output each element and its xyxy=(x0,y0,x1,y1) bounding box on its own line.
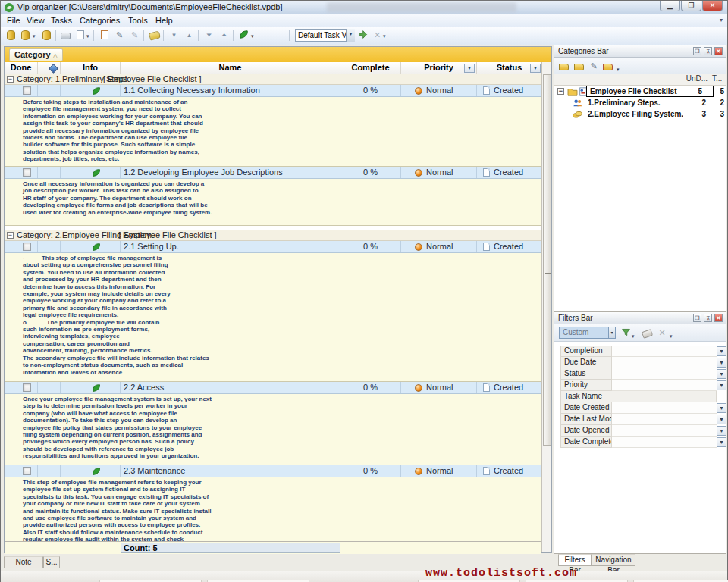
column-header-info[interactable]: Info xyxy=(61,62,121,74)
task-name[interactable]: 1.1 Collecting Necessary Information xyxy=(121,85,340,96)
move-up-icon[interactable]: ▴ xyxy=(183,29,196,42)
delete-category-icon[interactable] xyxy=(601,60,613,72)
task-description-row[interactable]: This step of employee file management re… xyxy=(5,477,541,541)
priority-filter-dropdown-icon[interactable]: ▼ xyxy=(464,64,475,73)
delete-filter-icon[interactable]: ✕ xyxy=(656,327,668,339)
panel-restore-icon[interactable]: ❐ xyxy=(693,314,701,322)
task-description-row[interactable]: Before taking steps to installation and … xyxy=(5,97,541,167)
tree-row-category-2[interactable]: 2.Employee Filing System. 3 3 xyxy=(554,109,726,120)
filter-dropdown-icon[interactable]: ▼ xyxy=(717,426,726,436)
apply-filter-icon[interactable] xyxy=(620,327,632,339)
tree-row-checklist[interactable]: − Employee File Checklist 5 5 xyxy=(554,86,726,97)
panel-restore-icon[interactable]: ❐ xyxy=(693,47,701,55)
edit-task-icon[interactable]: ✎ xyxy=(113,29,126,42)
filter-dropdown-icon[interactable]: ▼ xyxy=(717,380,726,390)
menu-overflow-chevron-icon[interactable]: ▾ xyxy=(720,17,723,23)
close-button[interactable]: ✕ xyxy=(702,1,723,11)
menu-file[interactable]: File xyxy=(4,15,24,26)
print-icon[interactable] xyxy=(59,29,72,42)
filters-toolbar-dropdown-icon[interactable]: ▾ xyxy=(670,333,673,340)
task-row-1-2[interactable]: 1.2 Developing Employee Job Descriptions… xyxy=(5,167,541,179)
task-done-checkbox[interactable] xyxy=(23,467,31,475)
filter-dropdown-icon[interactable]: ▼ xyxy=(717,415,726,424)
new-subcategory-icon[interactable] xyxy=(573,60,585,72)
scrollbar-thumb[interactable] xyxy=(543,74,551,446)
clear-view-icon[interactable]: ✕ xyxy=(371,29,384,42)
filters-bar-tab[interactable]: Filters Bar xyxy=(558,554,592,566)
move-to-top-icon[interactable]: ⏶ xyxy=(218,29,231,42)
move-to-bottom-icon[interactable]: ⏷ xyxy=(202,29,215,42)
task-name[interactable]: 2.1 Setting Up. xyxy=(121,241,340,252)
filter-dropdown-icon[interactable]: ▼ xyxy=(717,346,726,356)
task-name[interactable]: 2.3 Maintenance xyxy=(121,465,340,477)
category-group-row-2[interactable]: − Category: 2.Employee Filing System. [ … xyxy=(5,230,541,241)
filter-dropdown-icon[interactable]: ▼ xyxy=(717,403,726,413)
categories-bar-header[interactable]: Categories Bar ❐ ⊼ ✕ xyxy=(554,45,726,58)
navigation-bar-tab[interactable]: Navigation Bar xyxy=(592,554,635,566)
column-undone[interactable]: UnD... xyxy=(685,74,708,83)
print-preview-icon[interactable] xyxy=(74,29,86,42)
task-done-checkbox[interactable] xyxy=(23,168,31,177)
grid-vertical-scrollbar[interactable] xyxy=(541,62,551,552)
panel-close-icon[interactable]: ✕ xyxy=(714,314,723,322)
status-filter-dropdown-icon[interactable]: ▼ xyxy=(530,64,541,73)
apply-view-icon[interactable] xyxy=(357,29,370,42)
column-header-done[interactable]: Done xyxy=(5,62,38,74)
filters-bar-header[interactable]: Filters Bar ❐ ⊼ ✕ xyxy=(554,312,726,324)
task-name[interactable]: 1.2 Developing Employee Job Descriptions xyxy=(121,167,340,178)
menu-view[interactable]: View xyxy=(24,15,48,26)
task-description-row[interactable]: Once your employee file management syste… xyxy=(5,394,541,465)
panel-close-icon[interactable]: ✕ xyxy=(714,47,723,55)
view-more-dropdown-icon[interactable]: ▾ xyxy=(383,33,386,39)
task-done-checkbox[interactable] xyxy=(23,242,31,251)
task-description-row[interactable]: Once all necessary information is organi… xyxy=(5,179,541,226)
task-name[interactable]: 2.2 Access xyxy=(121,382,340,393)
group-by-category-button[interactable]: Category △ xyxy=(9,48,63,61)
categories-toolbar-dropdown-icon[interactable]: ▾ xyxy=(617,67,620,73)
filter-value[interactable] xyxy=(612,425,717,436)
task-row-2-1[interactable]: 2.1 Setting Up. 0 % Normal Created xyxy=(5,241,541,253)
collapse-group-icon[interactable]: − xyxy=(7,232,14,239)
menu-categories[interactable]: Categories xyxy=(77,15,123,26)
task-view-dropdown-icon[interactable]: ▾ xyxy=(251,33,254,39)
apply-filter-dropdown-icon[interactable]: ▾ xyxy=(632,333,635,340)
filter-value[interactable] xyxy=(612,414,717,425)
selected-tree-item[interactable]: Employee File Checklist 5 xyxy=(586,86,714,97)
open-database-icon[interactable] xyxy=(19,29,32,42)
save-database-icon[interactable] xyxy=(40,29,53,42)
print-preview-dropdown-icon[interactable]: ▾ xyxy=(86,33,89,39)
minimize-button[interactable]: ▁ xyxy=(660,1,680,11)
new-task-icon[interactable] xyxy=(98,29,111,42)
move-down-icon[interactable]: ▾ xyxy=(168,29,180,42)
open-database-dropdown-icon[interactable]: ▾ xyxy=(33,33,36,39)
assign-tag-icon[interactable] xyxy=(148,29,161,42)
edit-category-icon[interactable]: ✎ xyxy=(588,60,600,72)
note-tab[interactable]: Note xyxy=(4,556,43,568)
shortcut-tab[interactable]: S... xyxy=(43,556,60,568)
collapse-group-icon[interactable]: − xyxy=(7,76,14,83)
delete-task-icon[interactable]: ✎ xyxy=(128,29,141,42)
new-category-icon[interactable] xyxy=(557,60,570,72)
filter-value[interactable] xyxy=(612,346,717,357)
filter-value[interactable] xyxy=(612,357,717,368)
task-done-checkbox[interactable] xyxy=(23,383,31,392)
clear-filter-eraser-icon[interactable] xyxy=(641,327,653,339)
panel-pin-icon[interactable]: ⊼ xyxy=(704,47,712,55)
collapse-tree-icon[interactable]: − xyxy=(557,88,564,95)
filter-dropdown-icon[interactable]: ▼ xyxy=(717,369,726,379)
task-view-flag-icon[interactable] xyxy=(237,29,250,42)
task-row-2-3[interactable]: 2.3 Maintenance 0 % Normal Created xyxy=(5,465,541,477)
task-done-checkbox[interactable] xyxy=(23,86,31,95)
task-description-row[interactable]: · This step of employee file management … xyxy=(5,253,541,382)
task-view-combobox-dropdown-icon[interactable]: ▾ xyxy=(346,29,355,42)
filter-value[interactable] xyxy=(612,380,717,391)
column-total[interactable]: T... xyxy=(712,74,722,83)
filter-preset-dropdown-icon[interactable]: ▾ xyxy=(609,327,616,339)
category-group-row-1[interactable]: − Category: 1.Preliminary Steps. [ Emplo… xyxy=(5,74,541,85)
filter-value[interactable] xyxy=(612,402,717,414)
menu-help[interactable]: Help xyxy=(152,15,176,26)
filter-value[interactable] xyxy=(612,436,717,448)
filter-dropdown-icon[interactable]: ▼ xyxy=(717,437,726,447)
task-row-2-2[interactable]: 2.2 Access 0 % Normal Created xyxy=(5,382,541,394)
panel-pin-icon[interactable]: ⊼ xyxy=(704,314,712,322)
